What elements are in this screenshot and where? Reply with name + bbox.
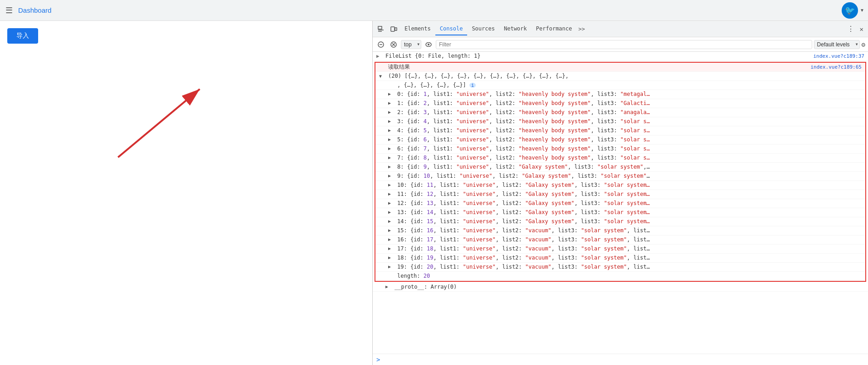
favicon-button[interactable]: 🐦 <box>842 2 858 19</box>
devtools-tabs-bar: Elements Console Sources Network Perform… <box>373 21 868 37</box>
clear-console-icon[interactable] <box>388 39 399 50</box>
app-title: Dashboard <box>18 6 51 14</box>
console-entry-item-4: ▶ 4: {id: 5, list1: "universe", list2: "… <box>375 126 865 135</box>
console-entry-item-7: ▶ 7: {id: 8, list1: "universe", list2: "… <box>375 154 865 163</box>
stop-log-icon[interactable] <box>375 39 386 50</box>
arrow-annotation <box>91 75 227 166</box>
entry-expand-array-icon[interactable]: ▼ <box>379 72 388 79</box>
main-content: 导入 <box>0 21 868 365</box>
svg-rect-2 <box>378 26 382 29</box>
console-entry-item-3: ▶ 3: {id: 4, list1: "universe", list2: "… <box>375 117 865 126</box>
context-selector-wrapper: top ▼ <box>401 40 421 49</box>
console-entry-item-19: ▶ 19: {id: 20, list1: "universe", list2:… <box>375 263 865 272</box>
console-entry-item-5: ▶ 5: {id: 6, list1: "universe", list2: "… <box>375 135 865 145</box>
devtools-more-options[interactable]: ⋮ <box>844 23 857 35</box>
inspect-element-icon[interactable] <box>375 23 387 35</box>
console-output: ▶ FileList {0: File, length: 1} index.vu… <box>373 52 868 354</box>
console-entry-item-2: ▶ 2: {id: 3, list1: "universe", list2: "… <box>375 108 865 117</box>
tab-elements[interactable]: Elements <box>400 23 435 35</box>
console-entry-array: ▼ (20) [{…}, {…}, {…}, {…}, {…}, {…}, {…… <box>375 72 865 81</box>
entry-text: FileList {0: File, length: 1} <box>385 52 809 60</box>
levels-selector-wrapper: Default levels ▼ <box>814 40 860 49</box>
tab-sources[interactable]: Sources <box>467 23 499 35</box>
settings-icon[interactable]: ⚙ <box>862 41 865 48</box>
levels-selector[interactable]: Default levels <box>814 40 860 49</box>
filter-input[interactable] <box>436 40 812 49</box>
console-input[interactable] <box>382 356 864 363</box>
entry-gutter-cont <box>379 81 388 82</box>
svg-rect-5 <box>391 27 395 31</box>
console-entry-item-16: ▶ 16: {id: 17, list1: "universe", list2:… <box>375 235 865 245</box>
console-entry-item-17: ▶ 17: {id: 18, list1: "universe", list2:… <box>375 245 865 254</box>
entry-array-text: (20) [{…}, {…}, {…}, {…}, {…}, {…}, {…},… <box>388 72 862 80</box>
context-selector[interactable]: top <box>401 40 421 49</box>
console-entry-item-14: ▶ 14: {id: 15, list1: "universe", list2:… <box>375 217 865 226</box>
entry-expand-icon[interactable]: ▶ <box>376 52 385 59</box>
menu-icon[interactable]: ☰ <box>4 4 15 17</box>
entry-array-cont-text: , {…}, {…}, {…}, {…}] i <box>388 81 862 89</box>
entry-gutter-empty <box>379 63 388 64</box>
console-entry-read-result: 读取结果 index.vue?c189:65 <box>375 63 865 72</box>
svg-rect-6 <box>395 28 397 30</box>
tab-network[interactable]: Network <box>499 23 532 35</box>
console-prompt: > <box>373 354 868 365</box>
favicon-area: 🐦 ▼ <box>842 2 864 19</box>
devtools-secondary-bar: top ▼ Default levels ▼ ⚙ <box>373 37 868 52</box>
svg-point-13 <box>428 44 429 45</box>
console-entry-length: length: 20 <box>375 272 865 281</box>
entry-source-read[interactable]: index.vue?c189:65 <box>807 63 862 70</box>
console-entry-filelist: ▶ FileList {0: File, length: 1} index.vu… <box>373 52 868 61</box>
entry-source-link[interactable]: index.vue?c189:37 <box>809 52 864 59</box>
console-entry-item-6: ▶ 6: {id: 7, list1: "universe", list2: "… <box>375 145 865 154</box>
dropdown-arrow-icon[interactable]: ▼ <box>860 8 864 13</box>
svg-line-1 <box>118 89 200 157</box>
console-entry-item-11: ▶ 11: {id: 12, list1: "universe", list2:… <box>375 190 865 199</box>
more-tabs-button[interactable]: >> <box>577 24 587 34</box>
console-entry-item-8: ▶ 8: {id: 9, list1: "universe", list2: "… <box>375 163 865 172</box>
highlighted-console-block: 读取结果 index.vue?c189:65 ▼ (20) [{…}, {…},… <box>375 62 866 282</box>
tab-console[interactable]: Console <box>435 23 468 35</box>
console-entry-item-13: ▶ 13: {id: 14, list1: "universe", list2:… <box>375 208 865 217</box>
devtools-close-button[interactable]: ✕ <box>857 24 866 35</box>
browser-top-bar: ☰ Dashboard 🐦 ▼ <box>0 0 868 21</box>
tab-performance[interactable]: Performance <box>532 23 577 35</box>
console-entry-array-cont: , {…}, {…}, {…}, {…}] i <box>375 81 865 90</box>
import-button[interactable]: 导入 <box>7 28 38 44</box>
console-entry-item-9: ▶ 9: {id: 10, list1: "universe", list2: … <box>375 172 865 181</box>
console-entry-item-18: ▶ 18: {id: 19, list1: "universe", list2:… <box>375 254 865 263</box>
console-entry-item-15: ▶ 15: {id: 16, list1: "universe", list2:… <box>375 226 865 235</box>
device-toolbar-icon[interactable] <box>387 23 400 35</box>
prompt-arrow-icon: > <box>376 356 380 363</box>
entry-text-read: 读取结果 <box>388 63 807 71</box>
console-entry-item-1: ▶ 1: {id: 2, list1: "universe", list2: "… <box>375 99 865 108</box>
devtools-panel: Elements Console Sources Network Perform… <box>372 21 868 365</box>
console-entry-item-12: ▶ 12: {id: 13, list1: "universe", list2:… <box>375 199 865 208</box>
console-entry-item-10: ▶ 10: {id: 11, list1: "universe", list2:… <box>375 181 865 190</box>
console-entry-proto: ▶ __proto__: Array(0) <box>373 283 868 292</box>
console-entry-item-0: ▶ 0: {id: 1, list1: "universe", list2: "… <box>375 90 865 99</box>
left-panel: 导入 <box>0 21 372 365</box>
eye-icon[interactable] <box>423 39 434 50</box>
proto-text: __proto__: Array(0) <box>395 283 864 291</box>
